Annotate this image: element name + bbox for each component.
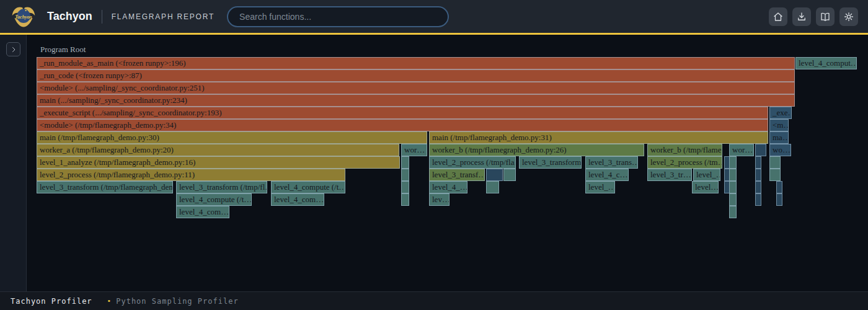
home-icon — [773, 11, 784, 22]
flame-frame[interactable]: worker_b (/tmp/flame… — [647, 144, 722, 156]
flame-frame[interactable]: main (/tmp/flamegraph_demo.py:31) — [429, 131, 768, 144]
flame-frame[interactable]: <m… — [769, 119, 789, 131]
flame-frame[interactable]: worker_a (/tmp/flamegraph_demo.py:20) — [37, 144, 399, 156]
flame-frame[interactable]: level… — [692, 181, 719, 193]
flame-frame-block[interactable] — [755, 156, 761, 169]
docs-button[interactable] — [816, 7, 835, 26]
flame-frame[interactable]: level_4_c… — [585, 169, 629, 181]
search-input[interactable] — [227, 6, 449, 27]
flame-frame[interactable]: level_2_process (/tmp/fla… — [429, 156, 516, 169]
flame-frame[interactable]: <module> (/tmp/flamegraph_demo.py:34) — [37, 119, 768, 131]
header: Tachyon Tachyon FLAMEGRAPH REPORT — [0, 0, 868, 35]
flame-frame[interactable]: level_4_… — [429, 181, 467, 193]
download-icon — [796, 11, 807, 22]
tachyon-logo: Tachyon — [10, 3, 37, 30]
chevron-right-icon — [10, 46, 17, 53]
flame-frame[interactable]: worker_b (/tmp/flamegraph_demo.py:26) — [429, 144, 644, 156]
flame-frame-block[interactable] — [486, 169, 503, 181]
flame-frame[interactable]: level_3_transform… — [519, 156, 582, 169]
flame-frame-block[interactable] — [729, 156, 737, 169]
flame-frame[interactable]: wor… — [729, 144, 754, 156]
flame-frame-block[interactable] — [776, 181, 782, 193]
main-body: Program Root _run_module_as_main (<froze… — [0, 35, 868, 291]
flame-frame-block[interactable] — [401, 169, 409, 181]
svg-text:Tachyon: Tachyon — [15, 14, 32, 19]
flame-frame[interactable]: lev… — [429, 193, 450, 206]
flame-frame[interactable]: level_3_transform (/tmp/flamegraph_dem… — [37, 181, 173, 193]
sidebar-toggle-button[interactable] — [6, 42, 20, 56]
flame-frame-block[interactable] — [486, 181, 499, 193]
flame-frame-block[interactable] — [729, 181, 737, 193]
flame-frame-block[interactable] — [776, 193, 782, 206]
flame-frame[interactable]: level_3_tr… — [647, 169, 692, 181]
theme-toggle-button[interactable] — [839, 7, 858, 26]
flame-frame[interactable]: _execute_script (.../sampling/_sync_coor… — [37, 107, 768, 119]
download-button[interactable] — [792, 7, 811, 26]
flame-frame[interactable]: level_4_com… — [176, 206, 229, 218]
flame-frame[interactable]: level_3_transf… — [429, 169, 485, 181]
flame-frame[interactable]: level_2_process (/tmp/flamegraph_demo.py… — [37, 169, 345, 181]
flame-frame-block[interactable] — [755, 193, 761, 206]
footer-subtitle: Python Sampling Profiler — [116, 297, 238, 306]
flame-frame[interactable]: _run_module_as_main (<frozen runpy>:196) — [37, 57, 795, 69]
flame-frame[interactable]: wor… — [401, 144, 427, 156]
flame-frame[interactable]: level_4_comput… — [795, 57, 857, 69]
flame-frame[interactable]: main (/tmp/flamegraph_demo.py:30) — [37, 131, 427, 144]
flame-frame-block[interactable] — [755, 144, 766, 156]
flame-frame[interactable]: level_… — [585, 181, 615, 193]
header-divider — [102, 10, 102, 24]
flame-frame[interactable]: level_3_transform (/tmp/fl… — [176, 181, 267, 193]
footer-bullet-icon: • — [107, 297, 112, 305]
flame-frame[interactable]: main (.../sampling/_sync_coordinator.py:… — [37, 94, 795, 107]
app-window: Tachyon Tachyon FLAMEGRAPH REPORT — [0, 0, 868, 310]
flame-frame-block[interactable] — [401, 181, 409, 193]
flame-frame-block[interactable] — [503, 169, 516, 181]
flame-frame-block[interactable] — [755, 169, 761, 181]
flame-frame[interactable]: level_2_process (/tm… — [647, 156, 722, 169]
flame-frame-block[interactable] — [401, 156, 409, 169]
flame-frame[interactable]: _run_code (<frozen runpy>:87) — [37, 69, 795, 82]
flame-frame[interactable]: wo… — [769, 144, 791, 156]
flame-frame-block[interactable] — [769, 156, 781, 169]
flame-frame-block[interactable] — [755, 181, 761, 193]
flame-frame[interactable]: level_4_compute (/t… — [271, 181, 345, 193]
flame-frame-block[interactable] — [401, 193, 409, 206]
book-icon — [820, 11, 831, 22]
flame-root-label: Program Root — [40, 45, 86, 55]
flame-frame[interactable]: level_4_com… — [271, 193, 324, 206]
flame-frame[interactable]: level_3_trans… — [585, 156, 638, 169]
report-type-label: FLAMEGRAPH REPORT — [112, 12, 215, 21]
flame-frame[interactable]: <module> (.../sampling/_sync_coordinator… — [37, 82, 795, 94]
brightness-icon — [843, 11, 854, 22]
footer-app-name: Tachyon Profiler — [11, 297, 92, 306]
flame-frame-block[interactable] — [729, 169, 737, 181]
flame-frame-block[interactable] — [729, 206, 737, 218]
flame-frame-block[interactable] — [769, 169, 781, 181]
flame-frame[interactable]: ma… — [769, 131, 789, 144]
flamegraph[interactable]: Program Root _run_module_as_main (<froze… — [27, 35, 868, 291]
status-bar: Tachyon Profiler • Python Sampling Profi… — [0, 291, 868, 310]
flame-frame[interactable]: level_… — [693, 169, 720, 181]
flame-frame[interactable]: level_4_compute (/t… — [176, 193, 252, 206]
flame-frame-block[interactable] — [729, 193, 737, 206]
sidebar — [0, 35, 27, 291]
flame-frame[interactable]: _exe… — [769, 107, 792, 119]
app-title: Tachyon — [47, 10, 92, 23]
flame-frame[interactable]: level_1_analyze (/tmp/flamegraph_demo.py… — [37, 156, 400, 169]
home-button[interactable] — [769, 7, 787, 26]
